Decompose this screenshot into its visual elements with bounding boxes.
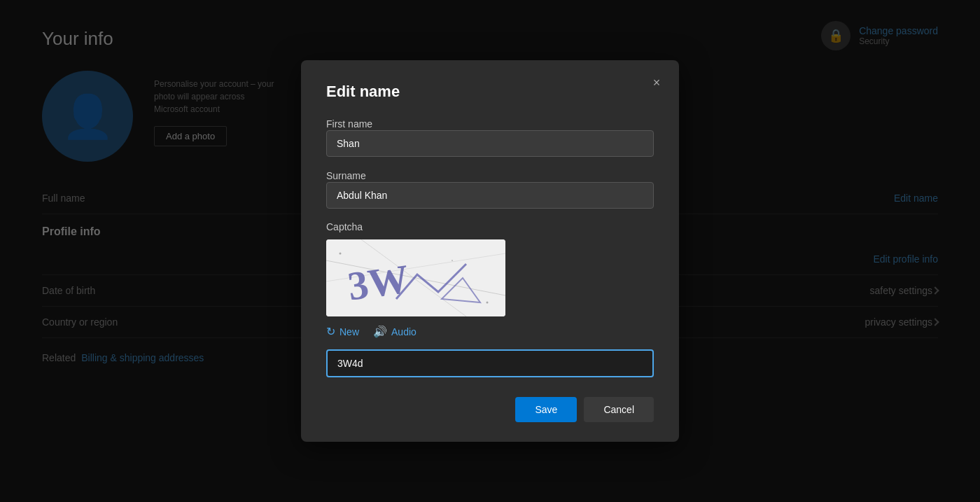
dialog-overlay: Edit name × First name Surname Captcha 3… xyxy=(0,0,980,502)
cancel-button[interactable]: Cancel xyxy=(584,397,654,422)
edit-name-dialog: Edit name × First name Surname Captcha 3… xyxy=(301,60,679,442)
captcha-actions: ↻ New 🔊 Audio xyxy=(326,325,654,338)
svg-point-8 xyxy=(451,260,453,261)
new-captcha-button[interactable]: ↻ New xyxy=(326,325,359,338)
audio-captcha-button[interactable]: 🔊 Audio xyxy=(373,325,416,338)
new-captcha-label: New xyxy=(340,326,359,337)
dialog-title: Edit name xyxy=(326,83,654,101)
svg-point-6 xyxy=(340,253,342,255)
svg-text:3W: 3W xyxy=(345,256,412,309)
dialog-close-button[interactable]: × xyxy=(645,71,668,94)
captcha-image: 3W xyxy=(326,239,505,316)
svg-point-7 xyxy=(486,302,489,304)
captcha-label: Captcha xyxy=(326,221,654,232)
surname-label: Surname xyxy=(326,170,366,181)
audio-icon: 🔊 xyxy=(373,325,387,338)
first-name-label: First name xyxy=(326,118,372,130)
first-name-input[interactable] xyxy=(326,130,654,157)
surname-input[interactable] xyxy=(326,182,654,209)
save-button[interactable]: Save xyxy=(515,397,577,422)
captcha-input[interactable] xyxy=(326,349,654,377)
audio-captcha-label: Audio xyxy=(391,326,416,337)
captcha-svg: 3W xyxy=(326,239,505,316)
dialog-actions: Save Cancel xyxy=(326,397,654,422)
refresh-icon: ↻ xyxy=(326,325,335,338)
